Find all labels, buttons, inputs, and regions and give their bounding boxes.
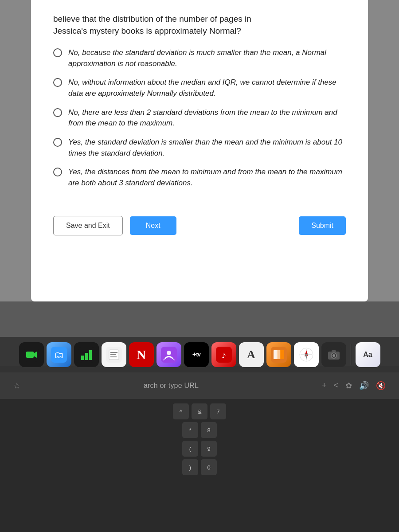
option-text-2: No, without information about the median… bbox=[68, 77, 346, 99]
camera-icon[interactable] bbox=[321, 342, 346, 367]
radio-3[interactable] bbox=[53, 108, 62, 117]
numbers-icon[interactable] bbox=[74, 342, 99, 367]
safari-icon[interactable] bbox=[294, 342, 319, 367]
quiz-panel: believe that the distribution of the num… bbox=[31, 0, 368, 301]
submit-button[interactable]: Submit bbox=[299, 216, 346, 235]
option-text-1: No, because the standard deviation is mu… bbox=[68, 47, 346, 69]
svg-rect-1 bbox=[26, 352, 34, 358]
facetime-icon[interactable] bbox=[19, 342, 44, 367]
key-0[interactable]: 0 bbox=[201, 459, 217, 475]
key-row-4: ) 0 bbox=[182, 459, 217, 475]
svg-point-15 bbox=[167, 351, 171, 355]
browser-left-icons: ☆ bbox=[13, 381, 20, 391]
option-item-2[interactable]: No, without information about the median… bbox=[53, 77, 346, 99]
key-asterisk[interactable]: * bbox=[182, 422, 198, 438]
key-row-1: ^ & 7 bbox=[173, 403, 226, 419]
bookmark-icon[interactable]: ☆ bbox=[13, 381, 20, 391]
browser-right-icons: + < ✿ 🔊 🔇 bbox=[322, 381, 386, 391]
svg-rect-7 bbox=[85, 353, 88, 360]
radio-5[interactable] bbox=[53, 168, 62, 176]
news-icon[interactable]: N bbox=[129, 342, 154, 367]
key-7[interactable]: 7 bbox=[210, 403, 226, 419]
books-icon[interactable] bbox=[266, 342, 291, 367]
question-intro: believe that the distribution of the num… bbox=[53, 13, 346, 37]
svg-rect-33 bbox=[332, 350, 336, 352]
chevron-left-icon[interactable]: < bbox=[333, 381, 338, 391]
svg-rect-6 bbox=[81, 356, 84, 360]
finder-icon[interactable]: 🗂 bbox=[47, 342, 71, 367]
option-text-5: Yes, the distances from the mean to mini… bbox=[68, 167, 346, 188]
plus-icon[interactable]: + bbox=[322, 381, 327, 391]
svg-rect-21 bbox=[280, 350, 284, 359]
option-item-1[interactable]: No, because the standard deviation is mu… bbox=[53, 47, 346, 69]
podcasts-icon[interactable] bbox=[156, 342, 181, 367]
url-bar[interactable]: arch or type URL bbox=[20, 382, 322, 390]
key-row-2: * 8 bbox=[182, 422, 217, 438]
radio-4[interactable] bbox=[53, 138, 62, 147]
svg-rect-8 bbox=[89, 350, 92, 360]
save-exit-button[interactable]: Save and Exit bbox=[53, 216, 123, 235]
key-open-paren[interactable]: ( bbox=[182, 441, 198, 457]
laptop-bottom: ☆ arch or type URL + < ✿ 🔊 🔇 ^ & 7 * 8 (… bbox=[0, 372, 399, 532]
url-placeholder: arch or type URL bbox=[144, 382, 199, 389]
appletv-icon[interactable]: ✦tv bbox=[184, 342, 209, 367]
key-8[interactable]: 8 bbox=[201, 422, 217, 438]
radio-2[interactable] bbox=[53, 78, 62, 87]
key-row-3: ( 9 bbox=[182, 441, 217, 457]
svg-point-32 bbox=[332, 354, 335, 357]
dictionary-icon[interactable]: Aa bbox=[356, 342, 380, 367]
mute-icon[interactable]: 🔇 bbox=[376, 381, 386, 391]
buttons-row: Save and Exit Next Submit bbox=[53, 205, 346, 235]
svg-text:🗂: 🗂 bbox=[54, 349, 64, 360]
key-ampersand[interactable]: & bbox=[192, 403, 207, 419]
option-item-5[interactable]: Yes, the distances from the mean to mini… bbox=[53, 167, 346, 188]
key-close-paren[interactable]: ) bbox=[182, 459, 198, 475]
textedit-icon[interactable] bbox=[102, 342, 126, 367]
macos-dock: 🗂 N ✦tv ♪ A Aa bbox=[0, 337, 399, 372]
radio-1[interactable] bbox=[53, 48, 62, 57]
option-text-3: No, there are less than 2 standard devia… bbox=[68, 107, 346, 129]
next-button[interactable]: Next bbox=[130, 216, 176, 235]
key-caret[interactable]: ^ bbox=[173, 403, 189, 419]
keyboard-area: ^ & 7 * 8 ( 9 ) 0 bbox=[0, 399, 399, 532]
font-icon[interactable]: A bbox=[239, 342, 264, 367]
music-icon[interactable]: ♪ bbox=[211, 342, 236, 367]
key-9[interactable]: 9 bbox=[201, 441, 217, 457]
settings-icon[interactable]: ✿ bbox=[345, 381, 352, 391]
options-list: No, because the standard deviation is mu… bbox=[53, 47, 346, 188]
url-bar-area: ☆ arch or type URL + < ✿ 🔊 🔇 bbox=[0, 372, 399, 399]
dock-separator bbox=[351, 344, 351, 365]
option-item-3[interactable]: No, there are less than 2 standard devia… bbox=[53, 107, 346, 129]
intro-line1: believe that the distribution of the num… bbox=[53, 14, 251, 23]
volume-icon[interactable]: 🔊 bbox=[359, 381, 369, 391]
svg-text:♪: ♪ bbox=[221, 349, 226, 360]
option-text-4: Yes, the standard deviation is smaller t… bbox=[68, 137, 346, 159]
intro-line2: Jessica's mystery books is approximately… bbox=[53, 26, 241, 35]
option-item-4[interactable]: Yes, the standard deviation is smaller t… bbox=[53, 137, 346, 159]
